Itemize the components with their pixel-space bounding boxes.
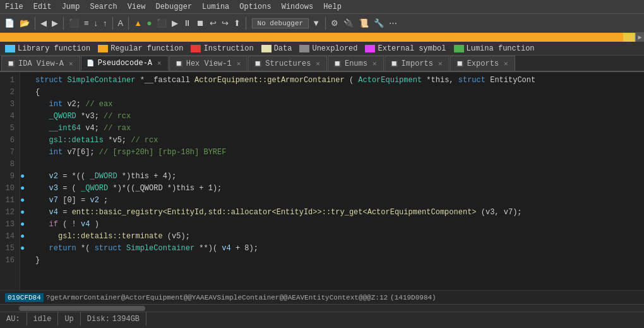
legend-external-label: External symbol [378,44,446,53]
menu-help[interactable]: Help [318,1,347,13]
menu-file[interactable]: File [0,1,28,13]
tab-enum-close[interactable]: ✕ [371,59,378,68]
menu-view[interactable]: View [122,1,151,13]
legend-lumina-color [454,45,464,52]
scrollbar-thumb[interactable] [19,306,145,311]
indent-9 [35,172,44,181]
menu-search[interactable]: Search [85,1,122,13]
tab-pseudo-close[interactable]: ✕ [156,59,163,67]
legend-library: Library function [5,44,90,53]
tab-export-label: Exports [467,59,499,68]
breakpoint-button[interactable]: ⬛ [155,16,169,30]
args-14: (v5); [167,232,190,241]
menu-lumina[interactable]: Lumina [197,1,234,13]
legend-lumina-label: Lumina function [467,44,535,53]
code-line-10: v3 = ( _QWORD *)*((_QWORD *)this + 1); [35,183,639,195]
entity-cont: EntityCont [490,76,535,85]
tab-hex-view[interactable]: 🔲 Hex View-1 ✕ [169,56,248,71]
dot-column: ● ● ● ● ● ● ● [20,72,30,290]
comment-5: // rax [104,124,131,133]
ln-1: 1 [3,75,15,87]
v3-ref-10: v3 [49,184,58,193]
tab-hex-close[interactable]: ✕ [236,59,242,68]
stop-button[interactable]: ⏹ [194,16,206,30]
ln-14: 14 [3,231,15,243]
v4-ref-15: v4 [222,244,230,253]
menu-edit[interactable]: Edit [28,1,57,13]
menu-windows[interactable]: Windows [277,1,318,13]
lumina-button[interactable]: ▲ [132,16,144,30]
tab-import-icon: 🔲 [390,60,398,68]
func-name: ActorEquipment::getArmorContainer [194,76,345,85]
statusbar-addr: 019CFD84 ?getArmorContainer@ActorEquipme… [0,290,644,304]
menu-options[interactable]: Options [234,1,276,13]
dot-7 [20,147,30,159]
status-au: AU: [0,312,27,325]
step-over-button[interactable]: ↩ [208,16,218,30]
tab-enums[interactable]: 🔲 Enums ✕ [328,56,384,71]
ln-6: 6 [3,135,15,147]
status-state: idle [27,312,59,325]
line-numbers: 1 2 3 4 5 6 7 8 9 10 11 12 13 14 15 16 [0,72,20,290]
v7-ref-11: v7 [49,196,58,205]
legend-external-color [365,45,375,52]
tab-ida-view[interactable]: 🔲 IDA View-A ✕ [1,56,80,71]
forward-button[interactable]: ▶ [50,16,60,30]
ln-5: 5 [3,123,15,135]
exports-button[interactable]: ↑ [101,16,109,30]
dot-13: ● [20,219,30,231]
dot-12: ● [20,207,30,219]
segments-button[interactable]: ≡ [82,16,91,30]
dot-14: ● [20,231,30,243]
menu-debugger[interactable]: Debugger [150,1,197,13]
func-terminate-14: gsl::details::terminate [58,232,163,241]
more-button[interactable]: ⋯ [387,16,399,30]
back-button[interactable]: ◀ [39,16,49,30]
comment-4: // rcx [104,112,131,121]
patch-button[interactable]: 🔧 [372,16,386,30]
legend-unexplored-label: Unexplored [312,44,357,53]
indent-3 [35,100,44,109]
hex-view-button[interactable]: ⬛ [67,16,81,30]
script-button[interactable]: 📜 [357,16,371,30]
tab-structures[interactable]: 🔲 Structures ✕ [248,56,327,71]
run-button[interactable]: ▶ [170,16,180,30]
dot-5 [20,123,30,135]
dot-9: ● [20,171,30,183]
new-button[interactable]: 📄 [3,16,16,30]
disk-label: Disk: [87,315,110,324]
legend-data-label: Data [274,44,292,53]
sep4 [128,17,129,30]
xref-button[interactable]: A [116,16,126,30]
code-line-16: } [35,255,639,267]
indent-15 [35,244,44,253]
tab-export-close[interactable]: ✕ [503,59,510,68]
ln-2: 2 [3,87,15,99]
tab-ida-close[interactable]: ✕ [68,59,75,68]
step-out-button[interactable]: ⬆ [232,16,242,30]
tab-pseudocode[interactable]: 📄 Pseudocode-A ✕ [81,56,169,71]
debugger-dropdown[interactable]: ▼ [310,16,322,30]
code-line-3: int v2; // eax [35,99,639,111]
kw-struct-2: struct [458,76,486,85]
scroll-right[interactable]: ▶ [635,33,644,42]
step-into-button[interactable]: ↪ [220,16,230,30]
settings-button[interactable]: ⚙ [329,16,340,30]
dot-1 [20,75,30,87]
tab-exports[interactable]: 🔲 Exports ✕ [450,56,515,71]
scrollbar-h[interactable] [0,304,644,312]
menu-jump[interactable]: Jump [57,1,85,13]
imports-button[interactable]: ↓ [92,16,100,30]
code-content[interactable]: struct SimpleContainer *__fastcall Actor… [30,72,644,290]
progress-bar: ▶ [0,33,644,42]
disk-value: 1394GB [112,315,140,324]
v2-ref-9: v2 [49,172,58,181]
tab-import-close[interactable]: ✕ [437,59,444,68]
plugin-button[interactable]: 🔌 [342,16,355,30]
tab-struct-close[interactable]: ✕ [314,59,321,68]
kw-struct-15: struct [95,244,122,253]
open-button[interactable]: 📂 [18,16,32,30]
pause-button[interactable]: ⏸ [181,16,193,30]
code-line-13: if ( ! v4 ) [35,219,639,231]
tab-imports[interactable]: 🔲 Imports ✕ [385,56,450,71]
